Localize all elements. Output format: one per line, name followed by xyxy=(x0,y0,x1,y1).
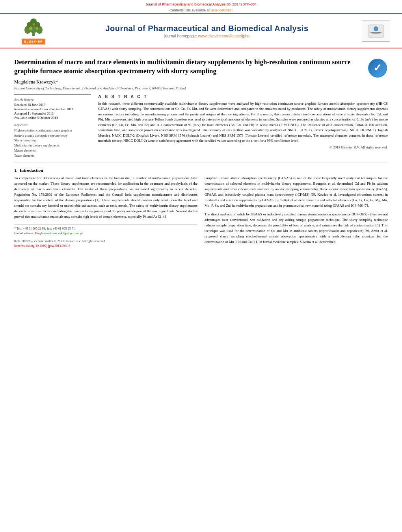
abstract-column: A B S T R A C T In this research, three … xyxy=(98,94,388,158)
journal-header: ELSEVIER Journal of Pharmaceutical and B… xyxy=(0,13,402,48)
svg-rect-12 xyxy=(370,32,382,33)
article-title-section: Determination of macro and trace element… xyxy=(14,58,388,76)
footnote-tel: * Tel.: +48 61 665 22 83; fax: +48 61 66… xyxy=(14,226,197,231)
svg-point-11 xyxy=(374,26,378,31)
section-divider xyxy=(14,163,388,163)
intro-left-text: To compensate for deficiencies of macro … xyxy=(14,176,197,220)
svg-rect-13 xyxy=(372,33,380,34)
contents-line: Contents lists available at ScienceDirec… xyxy=(0,7,402,13)
svg-text:✓: ✓ xyxy=(373,62,382,74)
history-section: Article history: Received 18 June 2013 R… xyxy=(14,98,91,120)
article-history-label: Article history: xyxy=(14,98,91,102)
article-info-column: Article history: Received 18 June 2013 R… xyxy=(14,94,91,158)
info-abstract-section: Article history: Received 18 June 2013 R… xyxy=(14,94,388,158)
introduction-heading: 1. Introduction xyxy=(14,168,388,172)
footnote-email: E-mail address: Magdalena.Krawczyk@put.p… xyxy=(14,231,197,236)
footnotes-section: * Tel.: +48 61 665 22 83; fax: +48 61 66… xyxy=(14,224,197,248)
tel-text: * Tel.: +48 61 665 22 83; fax: +48 61 66… xyxy=(14,227,76,230)
affiliation: Poznań University of Technology, Departm… xyxy=(14,86,388,90)
svg-point-7 xyxy=(29,26,32,30)
keyword-1: High-resolution continuum source graphit… xyxy=(14,128,91,133)
doi-line: http://dx.doi.org/10.1016/j.jpba.2013.09… xyxy=(14,244,197,248)
introduction-columns: To compensate for deficiencies of macro … xyxy=(14,176,388,248)
elsevier-tree-icon xyxy=(20,17,47,38)
sciencedirect-link[interactable]: ScienceDirect xyxy=(211,8,233,12)
article-body: Determination of macro and trace element… xyxy=(0,48,402,252)
elsevier-logo-container: ELSEVIER xyxy=(12,17,55,44)
keyword-3: Multivitamin dietary supplements xyxy=(14,143,91,148)
svg-point-8 xyxy=(36,27,38,30)
received-revised-row: Received in revised form 9 September 201… xyxy=(14,107,91,111)
homepage-prefix: journal homepage: xyxy=(164,34,197,38)
available-text: Available online 5 October 2013 xyxy=(14,116,58,120)
contents-prefix: Contents lists available at xyxy=(169,8,210,12)
intro-right-text-1: Graphite furnace atomic absorption spect… xyxy=(205,176,388,209)
intro-right-text-2: The direct analysis of solids by GFAAS o… xyxy=(205,212,388,245)
right-logo-box xyxy=(359,20,390,42)
top-citation-text: Journal of Pharmaceutical and Biomedical… xyxy=(145,2,257,6)
intro-right-col: Graphite furnace atomic absorption spect… xyxy=(205,176,388,248)
keyword-1b: furnace atomic absorption spectrometry xyxy=(14,133,91,138)
doi-link[interactable]: http://dx.doi.org/10.1016/j.jpba.2013.09… xyxy=(14,244,70,248)
keyword-2: Slurry sampling xyxy=(14,138,91,143)
top-citation-bar: Journal of Pharmaceutical and Biomedical… xyxy=(0,0,402,7)
journal-homepage: journal homepage: www.elsevier.com/locat… xyxy=(59,34,355,38)
abstract-text: In this research, three different commer… xyxy=(98,101,388,144)
journal-title-container: Journal of Pharmaceutical and Biomedical… xyxy=(55,24,359,38)
crossmark-icon: ✓ xyxy=(368,59,387,78)
intro-left-col: To compensate for deficiencies of macro … xyxy=(14,176,197,248)
author-text: Magdalena Krawczyk* xyxy=(14,79,58,85)
crossmark-badge[interactable]: ✓ xyxy=(367,58,388,78)
received-revised-text: Received in revised form 9 September 201… xyxy=(14,107,73,111)
keyword-4: Macro elements xyxy=(14,148,91,153)
email-label: E-mail address: xyxy=(14,232,34,235)
issn-text: 0731-7085/$ – see front matter © 2013 El… xyxy=(14,239,106,243)
accepted-row: Accepted 11 September 2013 xyxy=(14,111,91,115)
elsevier-wordmark: ELSEVIER xyxy=(22,39,45,44)
received-text: Received 18 June 2013 xyxy=(14,103,45,107)
section-title: Introduction xyxy=(20,168,43,172)
received-row: Received 18 June 2013 xyxy=(14,103,91,107)
author-name: Magdalena Krawczyk* xyxy=(14,79,388,85)
copyright-line: © 2013 Elsevier B.V. All rights reserved… xyxy=(98,145,388,149)
keywords-label: Keywords: xyxy=(14,123,91,127)
email-link[interactable]: Magdalena.Krawczyk@put.poznan.pl xyxy=(35,232,82,235)
available-row: Available online 5 October 2013 xyxy=(14,116,91,120)
article-title: Determination of macro and trace element… xyxy=(14,58,360,76)
right-logo-icon xyxy=(367,23,385,39)
homepage-link[interactable]: www.elsevier.com/locate/jpba xyxy=(198,34,250,38)
page: Journal of Pharmaceutical and Biomedical… xyxy=(0,0,402,532)
article-info-box: Article history: Received 18 June 2013 R… xyxy=(14,94,91,158)
accepted-text: Accepted 11 September 2013 xyxy=(14,111,54,115)
keywords-section: Keywords: High-resolution continuum sour… xyxy=(14,123,91,158)
abstract-label: A B S T R A C T xyxy=(98,94,388,99)
keyword-5: Trace elements xyxy=(14,153,91,158)
section-number: 1. xyxy=(14,168,17,172)
svg-point-9 xyxy=(33,23,35,26)
journal-title: Journal of Pharmaceutical and Biomedical… xyxy=(59,24,355,33)
issn-line: 0731-7085/$ – see front matter © 2013 El… xyxy=(14,239,197,244)
